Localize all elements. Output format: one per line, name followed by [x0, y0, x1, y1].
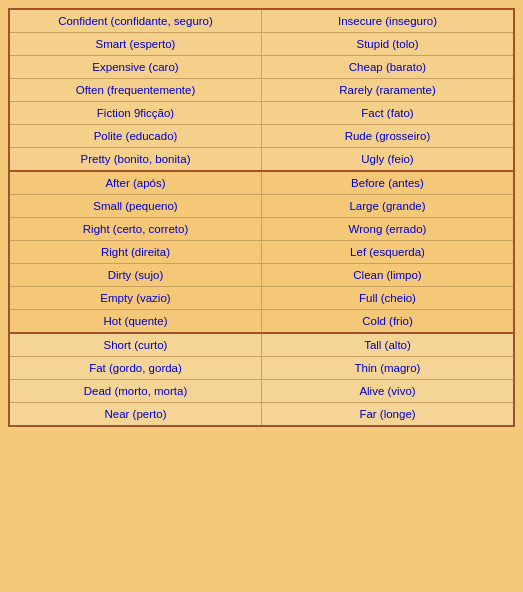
- right-cell: Large (grande): [262, 195, 513, 217]
- table-row: Empty (vazio)Full (cheio): [10, 287, 513, 310]
- left-cell: Pretty (bonito, bonita): [10, 148, 262, 170]
- table-row: Dirty (sujo)Clean (limpo): [10, 264, 513, 287]
- table-row: Expensive (caro)Cheap (barato): [10, 56, 513, 79]
- table-row: Right (direita)Lef (esquerda): [10, 241, 513, 264]
- right-cell: Fact (fato): [262, 102, 513, 124]
- left-cell: Fat (gordo, gorda): [10, 357, 262, 379]
- table-row: Dead (morto, morta)Alive (vivo): [10, 380, 513, 403]
- right-cell: Thin (magro): [262, 357, 513, 379]
- table-row: Fat (gordo, gorda)Thin (magro): [10, 357, 513, 380]
- table-row: Polite (educado)Rude (grosseiro): [10, 125, 513, 148]
- left-cell: Short (curto): [10, 334, 262, 356]
- right-cell: Before (antes): [262, 172, 513, 194]
- left-cell: Dirty (sujo): [10, 264, 262, 286]
- left-cell: Empty (vazio): [10, 287, 262, 309]
- left-cell: Fiction 9ficção): [10, 102, 262, 124]
- table-row: Pretty (bonito, bonita)Ugly (feio): [10, 148, 513, 170]
- right-cell: Cheap (barato): [262, 56, 513, 78]
- table-row: Often (frequentemente)Rarely (raramente): [10, 79, 513, 102]
- right-cell: Tall (alto): [262, 334, 513, 356]
- left-cell: Hot (quente): [10, 310, 262, 332]
- right-cell: Rude (grosseiro): [262, 125, 513, 147]
- section-1: Confident (confidante, seguro)Insecure (…: [10, 10, 513, 172]
- table-row: Confident (confidante, seguro)Insecure (…: [10, 10, 513, 33]
- right-cell: Cold (frio): [262, 310, 513, 332]
- left-cell: Polite (educado): [10, 125, 262, 147]
- table-row: After (após)Before (antes): [10, 172, 513, 195]
- left-cell: Often (frequentemente): [10, 79, 262, 101]
- table-row: Hot (quente)Cold (frio): [10, 310, 513, 332]
- table-row: Right (certo, correto)Wrong (errado): [10, 218, 513, 241]
- left-cell: Right (certo, correto): [10, 218, 262, 240]
- right-cell: Stupid (tolo): [262, 33, 513, 55]
- left-cell: Expensive (caro): [10, 56, 262, 78]
- right-cell: Far (longe): [262, 403, 513, 425]
- right-cell: Full (cheio): [262, 287, 513, 309]
- right-cell: Lef (esquerda): [262, 241, 513, 263]
- left-cell: Smart (esperto): [10, 33, 262, 55]
- section-3: Short (curto)Tall (alto)Fat (gordo, gord…: [10, 334, 513, 425]
- table-row: Smart (esperto)Stupid (tolo): [10, 33, 513, 56]
- right-cell: Insecure (inseguro): [262, 10, 513, 32]
- left-cell: Near (perto): [10, 403, 262, 425]
- right-cell: Clean (limpo): [262, 264, 513, 286]
- left-cell: Dead (morto, morta): [10, 380, 262, 402]
- left-cell: After (após): [10, 172, 262, 194]
- right-cell: Wrong (errado): [262, 218, 513, 240]
- section-2: After (após)Before (antes)Small (pequeno…: [10, 172, 513, 334]
- right-cell: Ugly (feio): [262, 148, 513, 170]
- left-cell: Small (pequeno): [10, 195, 262, 217]
- table-row: Short (curto)Tall (alto): [10, 334, 513, 357]
- main-table: Confident (confidante, seguro)Insecure (…: [8, 8, 515, 427]
- table-row: Fiction 9ficção)Fact (fato): [10, 102, 513, 125]
- right-cell: Alive (vivo): [262, 380, 513, 402]
- left-cell: Confident (confidante, seguro): [10, 10, 262, 32]
- table-row: Small (pequeno)Large (grande): [10, 195, 513, 218]
- right-cell: Rarely (raramente): [262, 79, 513, 101]
- left-cell: Right (direita): [10, 241, 262, 263]
- table-row: Near (perto)Far (longe): [10, 403, 513, 425]
